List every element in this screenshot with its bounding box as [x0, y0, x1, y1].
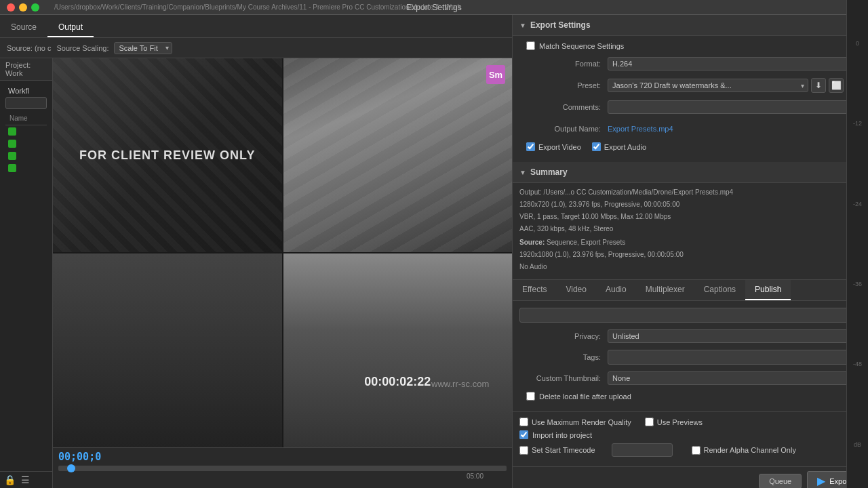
- max-render-checkbox[interactable]: [519, 418, 528, 426]
- tags-input[interactable]: [608, 350, 861, 365]
- main-container: Source Output Source: (no c Source Scali…: [0, 15, 868, 488]
- minimize-button[interactable]: [19, 3, 27, 12]
- source-bar: Source: (no c Source Scaling: Scale To F…: [0, 38, 512, 58]
- queue-button[interactable]: Queue: [759, 474, 802, 489]
- export-settings-triangle: ▼: [519, 22, 526, 29]
- summary-title: Summary: [530, 167, 568, 177]
- tab-audio[interactable]: Audio: [596, 280, 636, 300]
- timecode-row: 00;00;0: [53, 448, 512, 466]
- db-0: 0: [856, 40, 859, 47]
- list-icon-button[interactable]: ☰: [21, 474, 30, 485]
- preset-label: Preset:: [519, 81, 608, 89]
- left-panel: Source Output Source: (no c Source Scali…: [0, 15, 512, 488]
- rr-watermark: www.rr-sc.com: [431, 379, 489, 389]
- timeline-playhead[interactable]: [67, 464, 75, 472]
- export-settings-section-header[interactable]: ▼ Export Settings: [513, 15, 868, 36]
- tab-bar: Effects Video Audio Multiplexer Captions…: [513, 279, 868, 301]
- tab-video[interactable]: Video: [556, 280, 595, 300]
- delete-local-checkbox[interactable]: [526, 392, 535, 401]
- use-previews-checkbox[interactable]: [645, 418, 654, 426]
- render-alpha-checkbox[interactable]: [692, 446, 701, 455]
- video-grid: FOR CLIENT REVIEW ONLY Sm www.rr-sc.com …: [53, 58, 512, 447]
- project-search-input[interactable]: [5, 97, 47, 109]
- project-title: Project: Work: [5, 61, 47, 77]
- project-item-2[interactable]: [5, 138, 47, 150]
- sm-badge: Sm: [486, 65, 505, 84]
- project-item-1[interactable]: [5, 125, 47, 138]
- import-project-checkbox[interactable]: [519, 430, 528, 439]
- set-start-timecode-label: Set Start Timecode: [532, 446, 595, 454]
- export-icon: ▶: [817, 474, 825, 487]
- timeline-track[interactable]: [58, 466, 507, 471]
- project-item-4[interactable]: [5, 162, 47, 174]
- color-swatch-4: [8, 164, 16, 172]
- start-timecode-row: Set Start Timecode 00:00:00:00 Render Al…: [519, 443, 861, 457]
- import-project-label: Import into project: [532, 431, 592, 439]
- thumbnail-dropdown-wrap: None: [608, 371, 861, 385]
- preset-dropdown-wrap: Jason's 720 Draft w watermarks &...: [608, 79, 808, 92]
- export-audio-checkbox[interactable]: [592, 142, 601, 151]
- render-quality-row: Use Maximum Render Quality Use Previews: [519, 418, 861, 426]
- export-audio-label: Export Audio: [604, 143, 646, 151]
- tab-effects[interactable]: Effects: [513, 280, 556, 300]
- output-line-3: VBR, 1 pass, Target 10.00 Mbps, Max 12.0…: [519, 211, 861, 222]
- preset-compare-button[interactable]: ⬜: [829, 78, 844, 93]
- name-col-header: Name: [5, 112, 47, 125]
- set-start-timecode-checkbox[interactable]: [519, 446, 528, 455]
- side-panel-inner: ▼ Export Settings Match Sequence Setting…: [513, 15, 868, 488]
- close-button[interactable]: [7, 3, 15, 12]
- match-sequence-checkbox[interactable]: [526, 41, 535, 50]
- left-content: FOR CLIENT REVIEW ONLY Sm www.rr-sc.com …: [53, 58, 512, 488]
- tags-row: Tags:: [519, 350, 861, 365]
- source-line-2: 1920x1080 (1.0), 23.976 fps, Progressive…: [519, 249, 861, 260]
- export-video-item: Export Video: [526, 142, 581, 151]
- output-line-4: AAC, 320 kbps, 48 kHz, Stereo: [519, 224, 861, 235]
- output-line-2: 868x488 (1.0), 23.976 fps, Progressive,…: [519, 199, 861, 210]
- format-label: Format:: [519, 60, 608, 68]
- publish-content: Privacy: Public Unlisted Private Tags:: [513, 301, 868, 411]
- output-name-link[interactable]: Export Presets.mp4: [608, 125, 673, 133]
- window-controls[interactable]: [7, 3, 39, 12]
- start-timecode-input[interactable]: 00:00:00:00: [612, 443, 673, 457]
- match-sequence-label: Match Sequence Settings: [539, 42, 624, 50]
- video-preview-area: FOR CLIENT REVIEW ONLY Sm www.rr-sc.com …: [53, 58, 512, 447]
- thumbnail-dropdown[interactable]: None: [608, 371, 861, 385]
- workflow-item[interactable]: Workfl: [5, 85, 47, 97]
- privacy-row: Privacy: Public Unlisted Private: [519, 329, 861, 343]
- source-scaling-dropdown[interactable]: Scale To Fit: [114, 42, 172, 54]
- preset-dropdown[interactable]: Jason's 720 Draft w watermarks &...: [608, 79, 808, 92]
- publish-title-input[interactable]: [519, 308, 861, 323]
- format-dropdown[interactable]: H.264: [608, 57, 861, 70]
- project-panel-body: Workfl Name: [0, 81, 52, 471]
- project-item-3[interactable]: [5, 150, 47, 162]
- export-video-checkbox[interactable]: [526, 142, 535, 151]
- import-project-row: Import into project: [519, 430, 861, 439]
- output-name-row: Output Name: Export Presets.mp4: [519, 121, 861, 137]
- summary-section-header[interactable]: ▼ Summary: [513, 162, 868, 183]
- bottom-bar: Queue ▶ Export: [513, 466, 868, 488]
- comments-input[interactable]: [608, 100, 861, 114]
- privacy-dropdown-wrap: Public Unlisted Private: [608, 329, 861, 343]
- preset-save-button[interactable]: ⬇: [811, 78, 826, 93]
- maximize-button[interactable]: [31, 3, 39, 12]
- tab-publish[interactable]: Publish: [745, 280, 791, 300]
- set-start-timecode-item: Set Start Timecode: [519, 443, 595, 457]
- max-render-item: Use Maximum Render Quality: [519, 418, 631, 426]
- color-swatch-1: [8, 127, 16, 136]
- privacy-dropdown[interactable]: Public Unlisted Private: [608, 329, 861, 343]
- format-dropdown-wrap: H.264: [608, 57, 861, 70]
- window-path: /Users/dropbox/Work/Clients/Training/Com…: [54, 3, 461, 11]
- tab-source[interactable]: Source: [0, 18, 47, 37]
- preset-row-inner: Jason's 720 Draft w watermarks &... ⬇ ⬜ …: [608, 78, 861, 93]
- project-panel-header: Project: Work: [0, 58, 52, 81]
- tab-multiplexer[interactable]: Multiplexer: [636, 280, 694, 300]
- output-name-label: Output Name:: [519, 125, 608, 133]
- tab-captions[interactable]: Captions: [694, 280, 745, 300]
- color-swatch-3: [8, 152, 16, 160]
- tab-output[interactable]: Output: [47, 18, 94, 37]
- publish-title-row: [519, 308, 861, 323]
- use-previews-item: Use Previews: [645, 418, 703, 426]
- icons-row: 🔒 ☰: [0, 471, 52, 488]
- export-checkboxes: Export Video Export Audio: [519, 142, 861, 151]
- lock-icon-button[interactable]: 🔒: [4, 474, 16, 485]
